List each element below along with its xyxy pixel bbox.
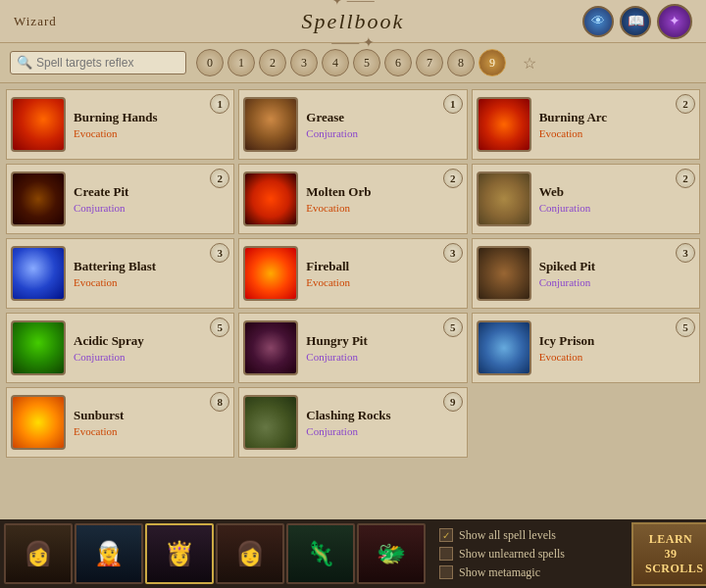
spell-info: Create PitConjuration <box>74 184 229 214</box>
level-buttons: 0123456789 <box>196 49 506 76</box>
level-btn-9[interactable]: 9 <box>479 49 506 76</box>
level-btn-0[interactable]: 0 <box>196 49 224 76</box>
portrait-face: 👩 <box>6 525 71 582</box>
spell-item[interactable]: FireballEvocation3 <box>238 238 467 309</box>
level-btn-6[interactable]: 6 <box>384 49 412 76</box>
spell-name: Burning Hands <box>74 110 229 125</box>
portrait-face: 🐲 <box>359 525 424 582</box>
level-btn-8[interactable]: 8 <box>447 49 475 76</box>
spell-info: WebConjuration <box>539 184 695 214</box>
character-portrait[interactable]: 👩 <box>216 523 284 584</box>
spell-item[interactable]: Acidic SprayConjuration5 <box>6 313 234 383</box>
spell-info: Clashing RocksConjuration <box>306 408 462 437</box>
portrait-face: 👩 <box>218 525 282 582</box>
bottom-bar: 👩🧝👸👩🦎🐲 ✓Show all spell levelsShow unlear… <box>0 519 706 588</box>
option-label: Show metamagic <box>459 565 540 580</box>
option-checkbox[interactable] <box>439 547 453 561</box>
spell-name: Burning Arc <box>539 110 695 125</box>
spell-item[interactable]: WebConjuration2 <box>472 164 700 234</box>
option-row[interactable]: Show metamagic <box>439 565 616 580</box>
spell-item[interactable]: SunburstEvocation8 <box>6 387 234 458</box>
spell-name: Create Pit <box>74 184 229 200</box>
icon-eye[interactable]: 👁 <box>582 6 614 37</box>
spell-level-badge: 3 <box>443 243 463 263</box>
spell-item[interactable]: Hungry PitConjuration5 <box>238 313 467 383</box>
spell-grid: Burning HandsEvocation1Create PitConjura… <box>0 83 706 505</box>
header: Wizard ✦ —— Spellbook —— ✦ 👁 📖 ✦ <box>0 0 706 43</box>
spell-icon <box>477 172 531 226</box>
spell-school: Evocation <box>306 202 462 214</box>
spell-item[interactable]: Spiked PitConjuration3 <box>472 238 700 309</box>
bottom-options: ✓Show all spell levelsShow unlearned spe… <box>429 522 626 586</box>
spell-item[interactable]: Battering BlastEvocation3 <box>6 238 234 309</box>
spell-info: FireballEvocation <box>306 259 462 288</box>
spell-school: Evocation <box>306 276 462 288</box>
level-btn-2[interactable]: 2 <box>259 49 286 76</box>
spell-icon <box>477 320 531 375</box>
level-btn-3[interactable]: 3 <box>290 49 318 76</box>
spell-name: Battering Blast <box>74 259 229 274</box>
spell-item[interactable]: Clashing RocksConjuration9 <box>238 387 467 458</box>
character-portrait[interactable]: 👩 <box>4 523 73 584</box>
icon-book[interactable]: 📖 <box>620 6 651 37</box>
option-checkbox[interactable] <box>439 565 453 579</box>
spell-level-badge: 3 <box>676 243 695 263</box>
spell-school: Conjuration <box>306 425 462 437</box>
spell-info: Burning HandsEvocation <box>74 110 229 139</box>
spell-icon <box>243 320 298 375</box>
spell-column-1: Burning HandsEvocation1Create PitConjura… <box>4 87 236 501</box>
level-btn-4[interactable]: 4 <box>322 49 349 76</box>
spell-item[interactable]: Icy PrisonEvocation5 <box>472 313 700 383</box>
character-portraits: 👩🧝👸👩🦎🐲 <box>0 519 429 588</box>
spell-icon <box>243 246 298 301</box>
header-icons: 👁 📖 ✦ <box>582 4 692 39</box>
spell-icon <box>11 172 66 226</box>
spell-name: Clashing Rocks <box>306 408 462 423</box>
spell-item[interactable]: GreaseConjuration1 <box>238 89 467 160</box>
spell-name: Grease <box>306 110 462 125</box>
spell-icon <box>11 395 66 450</box>
spell-icon <box>243 395 298 450</box>
header-left: Wizard <box>14 14 57 29</box>
spell-icon <box>243 172 298 226</box>
spell-level-badge: 5 <box>443 318 463 337</box>
spell-level-badge: 1 <box>443 94 463 114</box>
spell-item[interactable]: Burning ArcEvocation2 <box>472 89 700 160</box>
spell-name: Icy Prison <box>539 333 695 349</box>
level-btn-7[interactable]: 7 <box>416 49 443 76</box>
spell-school: Conjuration <box>74 202 229 214</box>
character-portrait[interactable]: 🦎 <box>286 523 355 584</box>
portrait-face: 👸 <box>147 525 212 582</box>
spell-school: Conjuration <box>306 351 462 363</box>
spell-item[interactable]: Burning HandsEvocation1 <box>6 89 234 160</box>
level-btn-1[interactable]: 1 <box>227 49 255 76</box>
spell-item[interactable]: Molten OrbEvocation2 <box>238 164 467 234</box>
spell-icon <box>11 97 66 152</box>
decorative-left: ✦ —— <box>331 0 375 9</box>
header-center: ✦ —— Spellbook —— ✦ <box>302 0 405 51</box>
spell-name: Spiked Pit <box>539 259 695 274</box>
star-filter[interactable]: ☆ <box>516 49 543 76</box>
spell-name: Hungry Pit <box>306 333 462 349</box>
option-checkbox[interactable]: ✓ <box>439 528 453 542</box>
learn-scrolls-button[interactable]: LEARN 39SCROLLS <box>631 522 706 586</box>
option-row[interactable]: Show unlearned spells <box>439 547 616 562</box>
spell-icon <box>243 97 298 152</box>
spell-icon <box>11 246 66 301</box>
spell-school: Evocation <box>74 276 229 288</box>
option-label: Show all spell levels <box>459 528 556 543</box>
spell-level-badge: 2 <box>443 169 463 188</box>
spell-name: Sunburst <box>74 408 229 423</box>
level-btn-5[interactable]: 5 <box>353 49 380 76</box>
search-input[interactable] <box>36 56 174 70</box>
spell-item[interactable]: Create PitConjuration2 <box>6 164 234 234</box>
icon-magic[interactable]: ✦ <box>657 4 692 39</box>
character-portrait[interactable]: 👸 <box>145 523 214 584</box>
spell-level-badge: 2 <box>676 94 695 114</box>
search-box[interactable]: 🔍 <box>10 51 186 74</box>
decorative-right: —— ✦ <box>331 34 375 51</box>
option-row[interactable]: ✓Show all spell levels <box>439 528 616 543</box>
spellbook-title: Spellbook <box>302 9 405 34</box>
character-portrait[interactable]: 🧝 <box>75 523 143 584</box>
character-portrait[interactable]: 🐲 <box>357 523 426 584</box>
